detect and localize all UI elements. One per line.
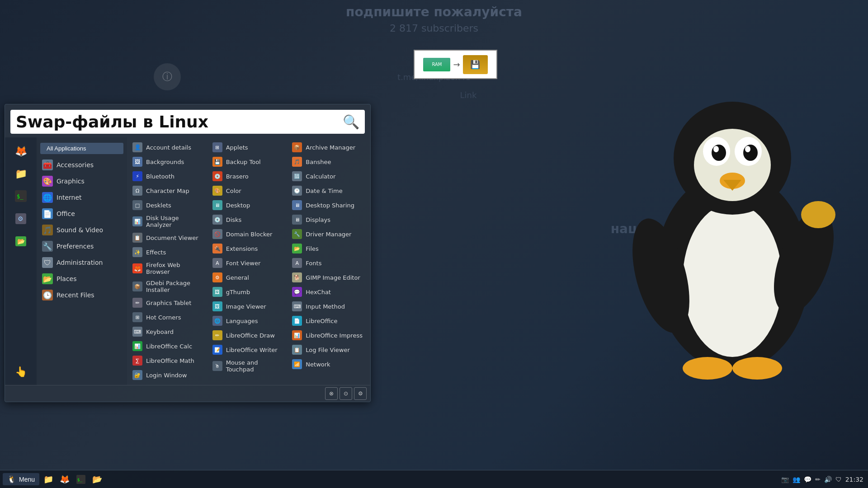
app-color[interactable]: 🎨 Color xyxy=(209,183,289,198)
taskbar: 🐧 Menu 📁 🦊 $_ 📂 📷 👥 💬 ✏️ 🔊 🛡 21:32 xyxy=(0,470,868,488)
app-libreoffice[interactable]: 📄 LibreOffice xyxy=(288,314,368,328)
sidebar-settings[interactable]: ⚙ xyxy=(10,208,32,230)
app-domain-blocker[interactable]: 🚫 Domain Blocker xyxy=(209,227,289,241)
taskbar-files[interactable]: 📁 xyxy=(41,473,56,486)
app-general[interactable]: ⚙ General xyxy=(209,270,289,285)
taskbar-terminal[interactable]: $_ xyxy=(74,473,88,486)
sidebar-pointer[interactable]: 👆 xyxy=(10,361,32,382)
app-image-viewer[interactable]: 🖼 Image Viewer xyxy=(209,299,289,314)
app-calculator[interactable]: 🔢 Calculator xyxy=(288,169,368,183)
taskbar-folder[interactable]: 📂 xyxy=(90,473,104,486)
app-document-viewer[interactable]: 📋 Document Viewer xyxy=(129,230,209,245)
all-applications-btn[interactable]: All Applications xyxy=(40,143,123,154)
desktop-icon: 🖥 xyxy=(212,200,222,210)
input-method-icon: ⌨ xyxy=(292,301,302,311)
app-keyboard[interactable]: ⌨ Keyboard xyxy=(129,324,209,339)
arrow-icon: → xyxy=(453,60,460,69)
backgrounds-icon: 🖼 xyxy=(132,157,142,167)
app-banshee[interactable]: 🎵 Banshee xyxy=(288,155,368,169)
applets-icon: ⊞ xyxy=(212,142,222,152)
app-archive-manager[interactable]: 📦 Archive Manager xyxy=(288,140,368,155)
app-backup-tool[interactable]: 💾 Backup Tool xyxy=(209,155,289,169)
shutdown-button[interactable]: ⚙ xyxy=(354,387,367,400)
sidebar-terminal[interactable]: $_ xyxy=(10,185,32,207)
desktop-sharing-icon: 🖥 xyxy=(292,200,302,210)
app-libreoffice-draw[interactable]: ✏ LibreOffice Draw xyxy=(209,328,289,343)
app-gimp[interactable]: 🐕 GIMP Image Editor xyxy=(288,270,368,285)
app-languages[interactable]: 🌐 Languages xyxy=(209,314,289,328)
menu-bottom: ⊗ ⊙ ⚙ xyxy=(5,385,370,402)
taskbar-volume-icon[interactable]: 🔊 xyxy=(824,476,832,483)
app-gdebi[interactable]: 📦 GDebi Package Installer xyxy=(129,277,209,296)
taskbar-firefox[interactable]: 🦊 xyxy=(57,473,72,486)
app-effects[interactable]: ✨ Effects xyxy=(129,245,209,259)
app-hot-corners[interactable]: ⊞ Hot Corners xyxy=(129,310,209,324)
sidebar-folder-green[interactable]: 📂 xyxy=(10,230,32,252)
app-applets[interactable]: ⊞ Applets xyxy=(209,140,289,155)
bg-text-subs: 2 817 subscribers xyxy=(390,23,478,34)
svg-point-7 xyxy=(743,145,758,161)
app-libreoffice-math[interactable]: ∑ LibreOffice Math xyxy=(129,353,209,368)
app-backgrounds[interactable]: 🖼 Backgrounds xyxy=(129,155,209,169)
lock-button[interactable]: ⊗ xyxy=(325,387,338,400)
category-places[interactable]: 📂 Places xyxy=(37,271,127,287)
app-firefox[interactable]: 🦊 Firefox Web Browser xyxy=(129,259,209,277)
app-desklets[interactable]: □ Desklets xyxy=(129,198,209,212)
app-login-window[interactable]: 🔐 Login Window xyxy=(129,368,209,382)
app-displays[interactable]: 🖥 Displays xyxy=(288,212,368,227)
app-driver-manager[interactable]: 🔧 Driver Manager xyxy=(288,227,368,241)
gthumb-icon: 🖼 xyxy=(212,287,222,297)
sidebar-firefox[interactable]: 🦊 xyxy=(10,140,32,162)
app-character-map[interactable]: Ω Character Map xyxy=(129,183,209,198)
app-mouse-touchpad[interactable]: 🖱 Mouse and Touchpad xyxy=(209,357,289,375)
app-graphics-tablet[interactable]: ✏ Graphics Tablet xyxy=(129,296,209,310)
category-graphics[interactable]: 🎨 Graphics xyxy=(37,173,127,189)
account-details-icon: 👤 xyxy=(132,142,142,152)
general-icon: ⚙ xyxy=(212,272,222,282)
app-fonts[interactable]: A Fonts xyxy=(288,256,368,270)
app-input-method[interactable]: ⌨ Input Method xyxy=(288,299,368,314)
sidebar-files[interactable]: 📁 xyxy=(10,163,32,184)
svg-point-16 xyxy=(732,357,782,380)
category-office[interactable]: 📄 Office xyxy=(37,206,127,222)
app-bluetooth[interactable]: ⚡ Bluetooth xyxy=(129,169,209,183)
svg-text:$_: $_ xyxy=(77,478,82,482)
menu-button[interactable]: 🐧 Menu xyxy=(3,473,39,485)
app-libreoffice-impress[interactable]: 📊 LibreOffice Impress xyxy=(288,328,368,343)
menu-popup: Swap-файлы в Linux 🔍 🦊 📁 $_ ⚙ 📂 👆 xyxy=(5,104,371,402)
app-libreoffice-calc[interactable]: 📊 LibreOffice Calc xyxy=(129,339,209,353)
app-gthumb[interactable]: 🖼 gThumb xyxy=(209,285,289,299)
category-preferences[interactable]: 🔧 Preferences xyxy=(37,238,127,254)
app-disks[interactable]: 💿 Disks xyxy=(209,212,289,227)
app-libreoffice-writer[interactable]: 📝 LibreOffice Writer xyxy=(209,343,289,357)
sound-video-icon: 🎵 xyxy=(42,225,53,235)
logout-button[interactable]: ⊙ xyxy=(340,387,352,400)
search-icon[interactable]: 🔍 xyxy=(343,114,359,130)
app-network[interactable]: 📶 Network xyxy=(288,357,368,371)
office-icon: 📄 xyxy=(42,208,53,219)
app-extensions[interactable]: 🔌 Extensions xyxy=(209,241,289,256)
login-window-icon: 🔐 xyxy=(132,370,142,380)
accessories-icon: 🧰 xyxy=(42,160,53,170)
app-date-time[interactable]: 🕐 Date & Time xyxy=(288,183,368,198)
app-brasero[interactable]: 💿 Brasero xyxy=(209,169,289,183)
bg-text-link2: Link xyxy=(460,90,477,100)
desklets-icon: □ xyxy=(132,200,142,210)
app-account-details[interactable]: 👤 Account details xyxy=(129,140,209,155)
taskbar-users-icon: 👥 xyxy=(793,476,800,483)
app-desktop-sharing[interactable]: 🖥 Desktop Sharing xyxy=(288,198,368,212)
app-font-viewer[interactable]: A Font Viewer xyxy=(209,256,289,270)
app-desktop[interactable]: 🖥 Desktop xyxy=(209,198,289,212)
app-log-file-viewer[interactable]: 📋 Log File Viewer xyxy=(288,343,368,357)
category-recent-files[interactable]: 🕒 Recent Files xyxy=(37,287,127,303)
search-input[interactable]: Swap-файлы в Linux xyxy=(16,113,343,131)
category-internet[interactable]: 🌐 Internet xyxy=(37,189,127,206)
app-disk-usage-analyzer[interactable]: 📊 Disk Usage Analyzer xyxy=(129,212,209,230)
category-accessories[interactable]: 🧰 Accessories xyxy=(37,157,127,173)
app-hexchat[interactable]: 💬 HexChat xyxy=(288,285,368,299)
category-administration[interactable]: 🛡 Administration xyxy=(37,254,127,271)
files-icon: 📂 xyxy=(292,244,302,253)
category-sound-video[interactable]: 🎵 Sound & Video xyxy=(37,222,127,238)
app-files[interactable]: 📂 Files xyxy=(288,241,368,256)
brasero-icon: 💿 xyxy=(212,171,222,181)
